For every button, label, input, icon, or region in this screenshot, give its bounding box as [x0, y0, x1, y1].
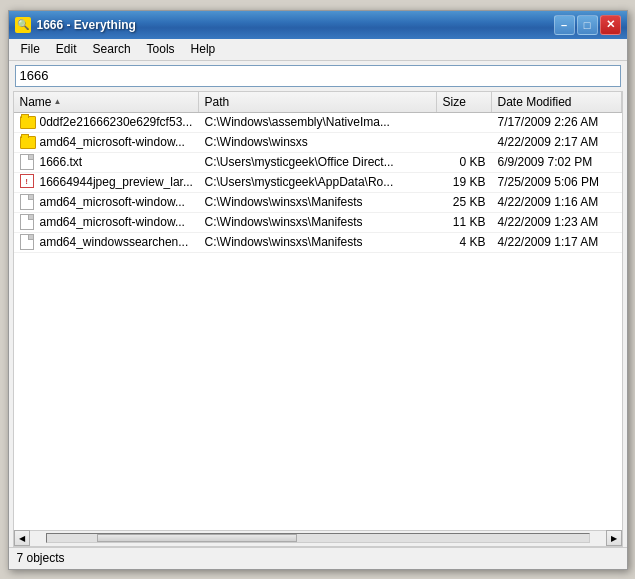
file-name: amd64_microsoft-window...: [14, 133, 199, 151]
titlebar-buttons: – □ ✕: [554, 15, 621, 35]
folder-icon: [20, 114, 36, 130]
titlebar-left: 🔍 1666 - Everything: [15, 17, 136, 33]
file-date: 7/17/2009 2:26 AM: [492, 114, 622, 130]
sort-arrow-name: ▲: [54, 97, 62, 106]
maximize-button[interactable]: □: [577, 15, 598, 35]
file-path: C:\Users\mysticgeek\AppData\Ro...: [199, 174, 437, 190]
img-icon: !: [20, 174, 36, 190]
table-row[interactable]: amd64_microsoft-window... C:\Windows\win…: [14, 133, 622, 153]
col-header-size[interactable]: Size: [437, 92, 492, 112]
col-header-path[interactable]: Path: [199, 92, 437, 112]
file-size: 11 KB: [437, 214, 492, 230]
file-path: C:\Windows\winsxs: [199, 134, 437, 150]
file-date: 7/25/2009 5:06 PM: [492, 174, 622, 190]
txt-icon: [20, 214, 36, 230]
hscroll-track: [46, 533, 590, 543]
file-size: 19 KB: [437, 174, 492, 190]
file-rows: 0ddf2e21666230e629fcf53... C:\Windows\as…: [14, 113, 622, 530]
table-row[interactable]: ! 16664944jpeg_preview_lar... C:\Users\m…: [14, 173, 622, 193]
file-size: 25 KB: [437, 194, 492, 210]
hscroll-right-button[interactable]: ▶: [606, 530, 622, 546]
menubar: File Edit Search Tools Help: [9, 39, 627, 61]
menu-edit[interactable]: Edit: [48, 40, 85, 58]
window-title: 1666 - Everything: [37, 18, 136, 32]
file-size: [437, 141, 492, 143]
file-date: 6/9/2009 7:02 PM: [492, 154, 622, 170]
hscroll-left-button[interactable]: ◀: [14, 530, 30, 546]
file-name: 1666.txt: [14, 153, 199, 171]
main-window: 🔍 1666 - Everything – □ ✕ File Edit Sear…: [8, 10, 628, 570]
file-list-container: Name ▲ Path Size Date Modified 0ddf2e216…: [13, 91, 623, 547]
file-date: 4/22/2009 1:23 AM: [492, 214, 622, 230]
file-name: amd64_microsoft-window...: [14, 213, 199, 231]
file-path: C:\Windows\winsxs\Manifests: [199, 234, 437, 250]
statusbar: 7 objects: [9, 547, 627, 569]
table-row[interactable]: amd64_microsoft-window... C:\Windows\win…: [14, 193, 622, 213]
file-name: amd64_windowssearchen...: [14, 233, 199, 251]
app-icon: 🔍: [15, 17, 31, 33]
file-path: C:\Windows\winsxs\Manifests: [199, 194, 437, 210]
table-row[interactable]: amd64_microsoft-window... C:\Windows\win…: [14, 213, 622, 233]
file-date: 4/22/2009 1:16 AM: [492, 194, 622, 210]
file-size: 0 KB: [437, 154, 492, 170]
txt-icon: [20, 154, 36, 170]
file-name: amd64_microsoft-window...: [14, 193, 199, 211]
col-header-name[interactable]: Name ▲: [14, 92, 199, 112]
file-path: C:\Windows\winsxs\Manifests: [199, 214, 437, 230]
file-date: 4/22/2009 1:17 AM: [492, 234, 622, 250]
table-row[interactable]: amd64_windowssearchen... C:\Windows\wins…: [14, 233, 622, 253]
close-button[interactable]: ✕: [600, 15, 621, 35]
titlebar: 🔍 1666 - Everything – □ ✕: [9, 11, 627, 39]
txt-icon: [20, 234, 36, 250]
file-name: ! 16664944jpeg_preview_lar...: [14, 173, 199, 191]
col-header-date[interactable]: Date Modified: [492, 92, 622, 112]
file-size: 4 KB: [437, 234, 492, 250]
table-row[interactable]: 0ddf2e21666230e629fcf53... C:\Windows\as…: [14, 113, 622, 133]
minimize-button[interactable]: –: [554, 15, 575, 35]
menu-search[interactable]: Search: [85, 40, 139, 58]
search-input[interactable]: [15, 65, 621, 87]
file-path: C:\Windows\assembly\NativeIma...: [199, 114, 437, 130]
file-name: 0ddf2e21666230e629fcf53...: [14, 113, 199, 131]
folder-icon: [20, 134, 36, 150]
table-row[interactable]: 1666.txt C:\Users\mysticgeek\Office Dire…: [14, 153, 622, 173]
search-bar: [9, 61, 627, 91]
status-text: 7 objects: [17, 551, 65, 565]
hscroll-thumb[interactable]: [97, 534, 297, 542]
horizontal-scrollbar[interactable]: ◀ ▶: [14, 530, 622, 546]
menu-help[interactable]: Help: [183, 40, 224, 58]
txt-icon: [20, 194, 36, 210]
file-path: C:\Users\mysticgeek\Office Direct...: [199, 154, 437, 170]
menu-file[interactable]: File: [13, 40, 48, 58]
file-size: [437, 121, 492, 123]
menu-tools[interactable]: Tools: [139, 40, 183, 58]
file-date: 4/22/2009 2:17 AM: [492, 134, 622, 150]
column-headers: Name ▲ Path Size Date Modified: [14, 92, 622, 113]
